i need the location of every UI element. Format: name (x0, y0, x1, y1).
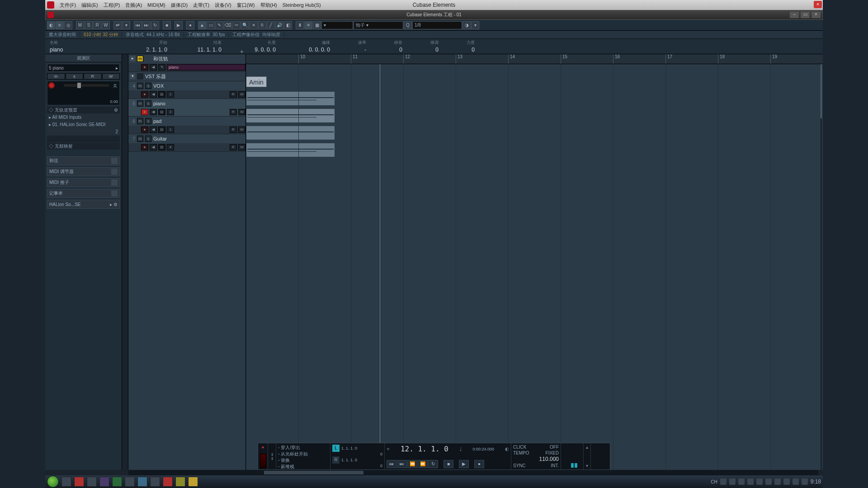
taskbar-explorer-icon[interactable] (61, 477, 71, 487)
menu-project[interactable]: 工程(P) (101, 0, 123, 10)
track-row[interactable]: 6 m s pad ● ◀ ▤ 1 R W (128, 117, 245, 134)
goto-start-button[interactable]: ⏮ (134, 21, 142, 29)
inspector-channel[interactable]: 2 (47, 128, 120, 135)
tray-network-icon[interactable] (793, 479, 799, 485)
window-close-button[interactable]: × (811, 12, 821, 18)
arrangement-area[interactable]: 10111213141516171819 Amin (246, 54, 823, 478)
taskbar-app-icon[interactable] (137, 477, 147, 487)
track-lane-button[interactable]: ▤ (158, 109, 165, 115)
play-button[interactable]: ▶ (175, 21, 183, 29)
constrain-button[interactable]: ◎ (64, 21, 72, 29)
menu-transport[interactable]: 走带(T) (190, 0, 212, 10)
track-lane-value[interactable]: 4 (167, 144, 174, 150)
inspector-fader[interactable] (64, 84, 109, 87)
track-name-label[interactable]: Guitar (153, 136, 167, 141)
clip-piano[interactable] (246, 108, 335, 123)
transport-play-button[interactable]: ▶ (459, 460, 469, 468)
horizontal-scrollbar[interactable] (128, 470, 818, 475)
global-mute-button[interactable]: M (76, 21, 84, 29)
right-locator-value[interactable]: 1. 1. 1. 0 (341, 458, 357, 462)
taskbar-app-icon[interactable] (188, 477, 198, 487)
inspector-track-preset[interactable]: ◇ 无轨道预置⚙ (47, 107, 120, 113)
info-offset[interactable]: 0. 0. 0. 0 (285, 47, 330, 53)
tool-range[interactable]: ▭ (207, 21, 215, 29)
cycle-button[interactable]: ↻ (151, 21, 159, 29)
track-row[interactable]: ▾ VST 乐器 (128, 72, 245, 81)
info-velocity[interactable]: 0 (448, 47, 475, 53)
transport-record-button[interactable]: ● (474, 460, 484, 468)
track-solo-button[interactable]: s (145, 100, 151, 107)
track-name-label[interactable]: pad (153, 118, 161, 124)
clip-pad[interactable] (246, 126, 335, 140)
tray-volume-icon[interactable] (802, 479, 808, 485)
track-mute-button[interactable]: m (137, 118, 143, 124)
global-solo-button[interactable]: S (85, 21, 93, 29)
track-name-label[interactable]: 和弦轨 (153, 56, 168, 62)
transport-mode-row[interactable]: ◦ 新堆栈 (278, 464, 328, 470)
inspector-write-button[interactable]: W (102, 73, 120, 80)
inspector-drummap-row[interactable]: ◇ 无鼓映射 (47, 143, 120, 150)
track-mute-button[interactable]: m (137, 83, 143, 89)
app-close-button[interactable]: × (814, 1, 822, 8)
track-device-label[interactable]: piano (167, 64, 245, 70)
left-locator-value[interactable]: 1. 1. 1. 0 (341, 446, 357, 450)
transport-stop-button[interactable]: ■ (443, 460, 453, 468)
inspector-section-notepad[interactable]: 记事本 (47, 189, 120, 198)
inspector-mute-button[interactable]: m (47, 73, 65, 80)
track-row[interactable]: 4 m s VOX ● ◀ ▤ 1 R W (128, 81, 245, 99)
track-write-button[interactable]: W (238, 144, 245, 150)
transport-prev-button[interactable]: ⏮ (387, 460, 396, 468)
track-write-button[interactable]: W (238, 109, 245, 115)
info-end[interactable]: 11. 1. 1. 0 (176, 47, 222, 53)
transport-expand-down-icon[interactable]: ▾ (586, 463, 588, 468)
start-button[interactable] (47, 476, 59, 488)
transport-power-icon[interactable]: ● (261, 445, 264, 450)
clip-guitar[interactable] (246, 143, 335, 157)
read-automation-button[interactable]: R (93, 21, 101, 29)
tray-icon[interactable] (774, 479, 781, 485)
snap-type-field[interactable]: ▾ (321, 21, 353, 29)
tray-icon[interactable] (783, 479, 790, 485)
track-name-label[interactable]: VST 乐器 (145, 73, 166, 80)
menu-edit[interactable]: 编辑(E) (79, 0, 101, 10)
track-name-label[interactable]: VOX (153, 83, 164, 89)
track-read-button[interactable]: R (230, 91, 237, 98)
toolbar-menu-button[interactable]: ▾ (471, 21, 479, 29)
track-row[interactable]: ▸ m 和弦轨 ● ◀ ✎ piano (128, 54, 245, 72)
track-read-button[interactable]: R (230, 144, 237, 150)
folder-toggle-icon[interactable]: ▸ (130, 56, 135, 61)
tool-line[interactable]: ╱ (267, 21, 275, 29)
taskbar-app-icon[interactable] (125, 477, 135, 487)
info-mute[interactable]: 0 (375, 47, 402, 53)
track-lane-value[interactable]: 2 (167, 109, 174, 115)
taskbar-app-icon[interactable] (150, 477, 160, 487)
transport-expand-up-icon[interactable]: ▴ (586, 445, 588, 450)
track-monitor-button[interactable]: ◀ (150, 109, 157, 115)
inspector-instrument-slot[interactable]: HALion So...SE▸ ⚙ (47, 200, 120, 209)
track-monitor-button[interactable]: ◀ (150, 91, 157, 98)
clip-vox[interactable] (246, 91, 335, 106)
info-transpose[interactable]: 0 (411, 47, 439, 53)
sync-value[interactable]: INT. (551, 463, 559, 468)
tool-split[interactable]: ✂ (232, 21, 241, 29)
tool-play[interactable]: 🔊 (275, 21, 283, 29)
track-monitor-button[interactable]: ◀ (150, 144, 157, 150)
record-button[interactable]: ● (186, 21, 194, 29)
menu-midi[interactable]: MIDI(M) (145, 0, 168, 10)
autoscroll-button[interactable]: ⇄ (113, 21, 122, 29)
inspector-record-enable-icon[interactable] (48, 82, 55, 89)
menu-file[interactable]: 文件(F) (57, 0, 79, 10)
tool-mute[interactable]: ✕ (250, 21, 258, 29)
goto-end-button[interactable]: ⏭ (142, 21, 151, 29)
autoscroll-menu-button[interactable]: ▾ (122, 21, 130, 29)
tool-draw[interactable]: ✎ (215, 21, 223, 29)
track-monitor-button[interactable]: ◀ (150, 64, 157, 70)
transport-position-secondary[interactable]: 0:00:24.000 (473, 447, 495, 451)
tray-icon[interactable] (738, 479, 745, 485)
track-read-button[interactable]: R (230, 109, 237, 115)
vscroll-thumb[interactable] (821, 64, 822, 118)
tray-icon[interactable] (765, 479, 772, 485)
write-automation-button[interactable]: W (102, 21, 110, 29)
inspector-input-routing[interactable]: ▸ All MIDI Inputs (47, 114, 120, 121)
left-locator-button[interactable]: L (332, 445, 340, 452)
